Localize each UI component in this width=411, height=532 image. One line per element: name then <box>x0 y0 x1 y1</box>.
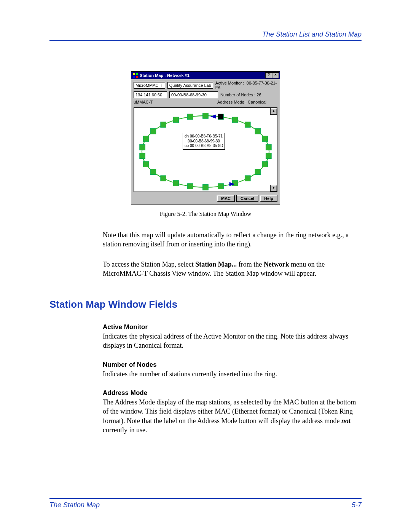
ring-node[interactable] <box>161 176 166 181</box>
ring-node[interactable] <box>245 176 250 181</box>
app-icon <box>133 73 138 78</box>
paragraph-2: To access the Station Map, select Statio… <box>103 260 362 278</box>
titlebar[interactable]: Station Map - Network #1 ? × <box>131 72 280 79</box>
active-monitor-label: Active Monitor : 00-05-77-00-21-FA <box>215 81 277 90</box>
ring-node[interactable] <box>150 169 156 175</box>
footer-right: 5-7 <box>352 501 362 509</box>
field-heading-num-nodes: Number of Nodes <box>103 361 362 369</box>
ip-field: 134.141.60.60 <box>134 91 167 98</box>
address-mode-label: Address Mode : Canonical <box>217 100 266 104</box>
svg-rect-2 <box>133 76 135 78</box>
window-title: Station Map - Network #1 <box>140 73 265 78</box>
ring-node[interactable] <box>140 153 145 159</box>
node-count-label: Number of Nodes : 26 <box>220 93 261 97</box>
ring-node[interactable] <box>232 181 238 186</box>
field-text-active-monitor: Indicates the physical address of the Ac… <box>103 332 362 350</box>
ring-svg <box>134 108 277 192</box>
ring-node[interactable] <box>232 117 238 123</box>
device-desc-field: Quality Assurance Lab <box>167 82 213 89</box>
ring-node[interactable] <box>140 144 145 150</box>
svg-rect-1 <box>136 73 138 75</box>
paragraph-1: Note that this map will update automatic… <box>103 230 362 249</box>
ring-node[interactable] <box>266 153 272 159</box>
svg-rect-0 <box>133 73 135 75</box>
close-button[interactable]: × <box>272 72 279 78</box>
ring-node[interactable] <box>218 184 224 189</box>
ring-node[interactable] <box>188 114 193 120</box>
ring-node[interactable] <box>203 185 209 190</box>
figure-caption: Figure 5-2. The Station Map Window <box>49 211 362 217</box>
scroll-down-button[interactable]: ▼ <box>270 185 277 192</box>
ring-node[interactable] <box>173 181 179 186</box>
ring-node[interactable] <box>203 113 209 119</box>
ring-node[interactable] <box>255 169 261 175</box>
model-label: uMMAC-T <box>134 100 166 104</box>
ring-node[interactable] <box>266 144 272 150</box>
ring-node[interactable] <box>150 128 156 134</box>
ring-node[interactable] <box>143 161 149 167</box>
ring-node[interactable] <box>255 128 261 134</box>
ring-node[interactable] <box>262 136 268 142</box>
ring-node[interactable] <box>161 122 166 128</box>
ring-map[interactable]: dn 00-00-B8-F0-B5-71 00-00-B8-68-99-30 u… <box>134 107 277 192</box>
footer-left: The Station Map <box>49 501 100 509</box>
station-map-window: Station Map - Network #1 ? × MicroMMAC-T… <box>131 71 280 204</box>
field-heading-addr-mode: Address Mode <box>103 389 362 397</box>
ring-node[interactable] <box>218 114 224 120</box>
help-button-bottom[interactable]: Help <box>260 195 277 202</box>
ring-node[interactable] <box>245 122 250 128</box>
svg-marker-5 <box>210 115 216 118</box>
ring-node[interactable] <box>173 117 179 123</box>
help-button[interactable]: ? <box>265 72 272 78</box>
svg-rect-3 <box>136 76 138 78</box>
field-text-num-nodes: Indicates the number of stations current… <box>103 369 362 379</box>
field-text-addr-mode: The Address Mode display of the map stat… <box>103 398 362 435</box>
field-heading-active-monitor: Active Monitor <box>103 323 362 331</box>
scroll-up-button[interactable]: ▲ <box>270 108 277 115</box>
figure: Station Map - Network #1 ? × MicroMMAC-T… <box>49 71 362 217</box>
ring-node[interactable] <box>188 184 193 189</box>
cancel-button[interactable]: Cancel <box>236 195 258 202</box>
page-footer: The Station Map 5-7 <box>49 498 362 509</box>
ring-node[interactable] <box>262 161 268 167</box>
mac-button[interactable]: MAC <box>217 195 235 202</box>
section-heading: Station Map Window Fields <box>49 299 362 310</box>
ring-node[interactable] <box>143 136 149 142</box>
device-name-field: MicroMMAC-T <box>134 82 165 89</box>
node-tooltip: dn 00-00-B8-F0-B5-71 00-00-B8-68-99-30 u… <box>183 133 225 150</box>
mac-field: 00-00-B8-68-99-30 <box>169 91 218 98</box>
page-header: The Station List and Station Map <box>49 30 362 41</box>
